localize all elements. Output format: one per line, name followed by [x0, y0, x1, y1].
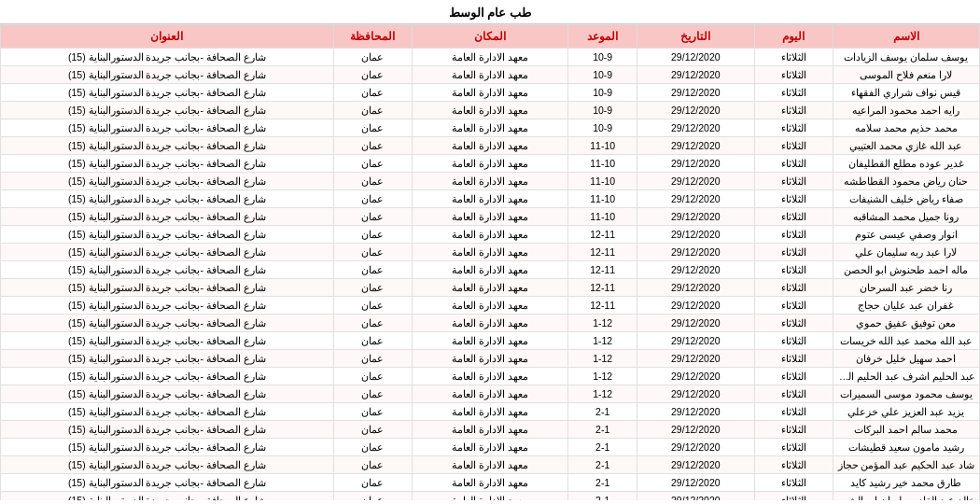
- cell-gov: عمان: [333, 315, 412, 332]
- cell-gov: عمان: [333, 102, 412, 119]
- cell-place: معهد الادارة العامة: [412, 208, 568, 226]
- cell-appt: 11-10: [568, 190, 637, 208]
- cell-place: معهد الادارة العامة: [412, 49, 568, 66]
- cell-addr: شارع الصحافة -بجانب جريدة الدستورالبناية…: [1, 66, 334, 84]
- cell-place: معهد الادارة العامة: [412, 119, 568, 137]
- cell-date: 29/12/2020: [637, 385, 754, 403]
- cell-date: 29/12/2020: [637, 244, 754, 261]
- table-row: محمد حذيم محمد سلامهالثلاثاء29/12/202010…: [1, 119, 980, 137]
- table-row: رونا جميل محمد المشاقبهالثلاثاء29/12/202…: [1, 208, 980, 226]
- cell-day: الثلاثاء: [754, 456, 833, 474]
- table-row: يوسف سلمان يوسف الزياداتالثلاثاء29/12/20…: [1, 49, 980, 66]
- cell-appt: 10-9: [568, 84, 637, 102]
- cell-addr: شارع الصحافة -بجانب جريدة الدستورالبناية…: [1, 492, 334, 501]
- cell-place: معهد الادارة العامة: [412, 439, 568, 456]
- cell-name: معن توفيق عفيق حموي: [833, 315, 979, 332]
- cell-place: معهد الادارة العامة: [412, 332, 568, 350]
- cell-day: الثلاثاء: [754, 244, 833, 261]
- cell-place: معهد الادارة العامة: [412, 403, 568, 421]
- cell-day: الثلاثاء: [754, 190, 833, 208]
- cell-addr: شارع الصحافة -بجانب جريدة الدستورالبناية…: [1, 332, 334, 350]
- cell-gov: عمان: [333, 119, 412, 137]
- cell-gov: عمان: [333, 49, 412, 66]
- cell-gov: عمان: [333, 368, 412, 385]
- cell-addr: شارع الصحافة -بجانب جريدة الدستورالبناية…: [1, 102, 334, 119]
- cell-gov: عمان: [333, 297, 412, 315]
- cell-appt: 2-1: [568, 439, 637, 456]
- cell-gov: عمان: [333, 279, 412, 297]
- cell-date: 29/12/2020: [637, 49, 754, 66]
- cell-appt: 2-1: [568, 456, 637, 474]
- table-row: عبد الله محمد عبد الله خريساتالثلاثاء29/…: [1, 332, 980, 350]
- data-table: الاسماليومالتاريخالموعدالمكانالمحافظةالع…: [0, 24, 980, 500]
- cell-gov: عمان: [333, 403, 412, 421]
- cell-place: معهد الادارة العامة: [412, 173, 568, 190]
- cell-day: الثلاثاء: [754, 137, 833, 155]
- cell-addr: شارع الصحافة -بجانب جريدة الدستورالبناية…: [1, 474, 334, 492]
- cell-day: الثلاثاء: [754, 102, 833, 119]
- cell-place: معهد الادارة العامة: [412, 492, 568, 501]
- cell-addr: شارع الصحافة -بجانب جريدة الدستورالبناية…: [1, 155, 334, 173]
- col-header-name: الاسم: [833, 25, 979, 49]
- cell-name: حنان رياض محمود القطاطشه: [833, 173, 979, 190]
- table-row: معن توفيق عفيق حمويالثلاثاء29/12/20201-1…: [1, 315, 980, 332]
- cell-gov: عمان: [333, 439, 412, 456]
- cell-appt: 2-1: [568, 474, 637, 492]
- cell-day: الثلاثاء: [754, 368, 833, 385]
- table-row: لارا منعم فلاح الموسىالثلاثاء29/12/20201…: [1, 66, 980, 84]
- cell-addr: شارع الصحافة -بجانب جريدة الدستورالبناية…: [1, 439, 334, 456]
- col-header-place: المكان: [412, 25, 568, 49]
- cell-name: محمد سالم احمد البركات: [833, 421, 979, 439]
- table-row: حنان رياض محمود القطاطشهالثلاثاء29/12/20…: [1, 173, 980, 190]
- cell-date: 29/12/2020: [637, 119, 754, 137]
- cell-gov: عمان: [333, 208, 412, 226]
- table-row: صفاء رياض خليف الشنيفاتالثلاثاء29/12/202…: [1, 190, 980, 208]
- cell-date: 29/12/2020: [637, 421, 754, 439]
- cell-addr: شارع الصحافة -بجانب جريدة الدستورالبناية…: [1, 119, 334, 137]
- cell-gov: عمان: [333, 474, 412, 492]
- cell-name: انوار وصفي عيسى عتوم: [833, 226, 979, 244]
- table-row: غدير عوده مطلع القطليفانالثلاثاء29/12/20…: [1, 155, 980, 173]
- cell-day: الثلاثاء: [754, 439, 833, 456]
- cell-date: 29/12/2020: [637, 102, 754, 119]
- cell-date: 29/12/2020: [637, 279, 754, 297]
- cell-name: رنا خضر عبد السرحان: [833, 279, 979, 297]
- cell-gov: عمان: [333, 385, 412, 403]
- cell-addr: شارع الصحافة -بجانب جريدة الدستورالبناية…: [1, 368, 334, 385]
- cell-appt: 1-12: [568, 368, 637, 385]
- table-row: قيس نواف شراري الفقهاءالثلاثاء29/12/2020…: [1, 84, 980, 102]
- cell-date: 29/12/2020: [637, 456, 754, 474]
- cell-addr: شارع الصحافة -بجانب جريدة الدستورالبناية…: [1, 297, 334, 315]
- cell-day: الثلاثاء: [754, 155, 833, 173]
- cell-day: الثلاثاء: [754, 385, 833, 403]
- table-row: عبد الحليم اشرف عبد الحليم النسورالثلاثا…: [1, 368, 980, 385]
- cell-place: معهد الادارة العامة: [412, 474, 568, 492]
- cell-day: الثلاثاء: [754, 49, 833, 66]
- cell-gov: عمان: [333, 456, 412, 474]
- cell-place: معهد الادارة العامة: [412, 155, 568, 173]
- cell-place: معهد الادارة العامة: [412, 385, 568, 403]
- cell-gov: عمان: [333, 155, 412, 173]
- cell-date: 29/12/2020: [637, 403, 754, 421]
- table-container: الاسماليومالتاريخالموعدالمكانالمحافظةالع…: [0, 24, 980, 500]
- cell-place: معهد الادارة العامة: [412, 315, 568, 332]
- cell-gov: عمان: [333, 84, 412, 102]
- cell-date: 29/12/2020: [637, 368, 754, 385]
- cell-place: معهد الادارة العامة: [412, 190, 568, 208]
- table-row: رشيد مامون سعيد قطيشاتالثلاثاء29/12/2020…: [1, 439, 980, 456]
- cell-place: معهد الادارة العامة: [412, 102, 568, 119]
- cell-appt: 1-12: [568, 385, 637, 403]
- cell-date: 29/12/2020: [637, 155, 754, 173]
- cell-addr: شارع الصحافة -بجانب جريدة الدستورالبناية…: [1, 315, 334, 332]
- cell-appt: 11-10: [568, 155, 637, 173]
- cell-date: 29/12/2020: [637, 173, 754, 190]
- cell-place: معهد الادارة العامة: [412, 421, 568, 439]
- cell-name: احمد سهيل خليل خرفان: [833, 350, 979, 368]
- table-row: يوسف محمود موسى السميراتالثلاثاء29/12/20…: [1, 385, 980, 403]
- cell-appt: 11-10: [568, 173, 637, 190]
- cell-name: عبد الحليم اشرف عبد الحليم النسور: [833, 368, 979, 385]
- cell-appt: 10-9: [568, 49, 637, 66]
- cell-place: معهد الادارة العامة: [412, 137, 568, 155]
- cell-appt: 12-11: [568, 226, 637, 244]
- cell-day: الثلاثاء: [754, 297, 833, 315]
